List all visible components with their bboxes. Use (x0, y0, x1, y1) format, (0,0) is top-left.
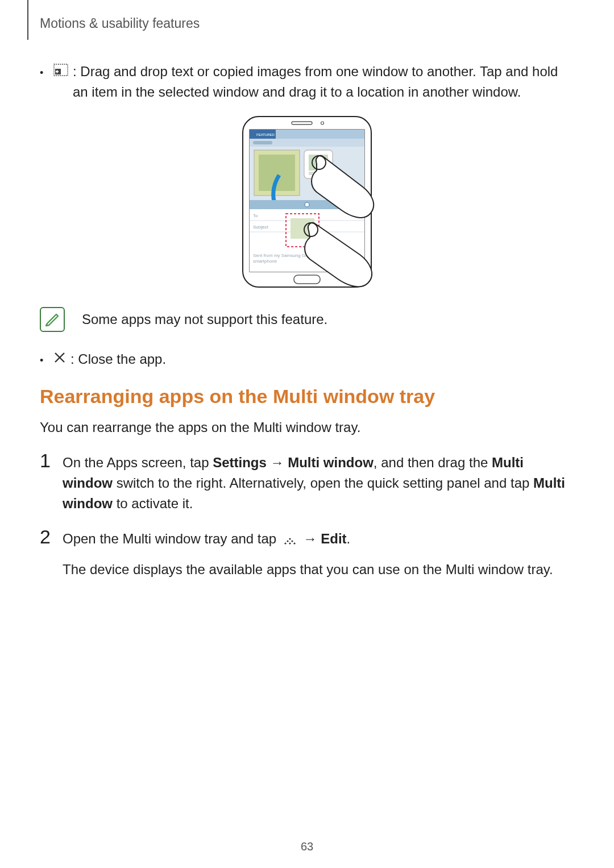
label-to: To (253, 213, 258, 218)
drag-drop-illustration: FEATURED To Subject Sent from my Samsung… (225, 114, 389, 290)
note-text: Some apps may not support this feature. (82, 312, 327, 327)
multi-window-label: Multi window (288, 455, 374, 470)
close-x-icon (53, 349, 70, 366)
step-number: 2 (40, 526, 63, 547)
bullet-marker: • (40, 61, 53, 79)
page-number: 63 (0, 840, 614, 853)
bullet-close: • : Close the app. (40, 349, 574, 369)
text: switch to the right. Alternatively, open… (113, 475, 533, 491)
intro-text: You can rearrange the apps on the Multi … (40, 418, 574, 438)
section-header: Motions & usability features (40, 16, 200, 31)
svg-point-37 (293, 542, 295, 544)
svg-point-36 (291, 540, 293, 542)
tab-label: FEATURED (256, 133, 275, 136)
svg-rect-12 (253, 141, 272, 144)
note-block: Some apps may not support this feature. (40, 307, 574, 332)
page-content: • : Drag and drop text or copied images … (40, 61, 574, 580)
svg-rect-3 (56, 71, 59, 72)
label-subject: Subject (253, 225, 268, 230)
step-2: 2 Open the Multi window tray and tap → E… (40, 529, 574, 580)
text: On the Apps screen, tap (63, 455, 213, 470)
svg-point-33 (287, 540, 288, 542)
svg-text:smartphone: smartphone (253, 259, 277, 264)
note-icon (40, 307, 65, 332)
drag-content-icon (53, 61, 73, 78)
svg-point-34 (289, 538, 291, 539)
edit-label: Edit (321, 531, 346, 546)
step-1: 1 On the Apps screen, tap Settings → Mul… (40, 452, 574, 514)
step-text: Open the Multi window tray and tap → Edi… (63, 529, 553, 580)
bullet-drag-drop: • : Drag and drop text or copied images … (40, 61, 574, 102)
bullet-marker: • (40, 349, 53, 367)
arrow: → (300, 531, 321, 546)
text: Open the Multi window tray and tap (63, 531, 280, 546)
text: , and then drag the (374, 455, 492, 470)
settings-label: Settings (213, 455, 267, 470)
header-rule (27, 0, 28, 40)
arrow: → (267, 455, 288, 470)
step-subtext: The device displays the available apps t… (63, 559, 553, 580)
bullet-text: : Close the app. (70, 349, 166, 369)
text: to activate it. (113, 496, 193, 511)
more-dots-icon (282, 535, 298, 546)
step-text: On the Apps screen, tap Settings → Multi… (63, 452, 574, 514)
bullet-text: : Drag and drop text or copied images fr… (73, 61, 574, 102)
svg-point-19 (305, 202, 309, 207)
step-number: 1 (40, 450, 63, 471)
text: . (347, 531, 351, 546)
section-heading: Rearranging apps on the Multi window tra… (40, 385, 574, 408)
svg-point-32 (284, 542, 286, 544)
svg-point-35 (289, 542, 291, 544)
svg-rect-14 (259, 155, 295, 191)
